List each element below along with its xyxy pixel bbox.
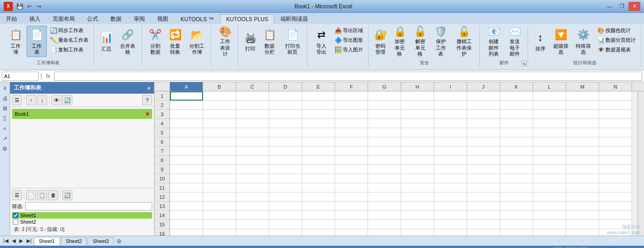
- cell-J1[interactable]: [467, 91, 500, 101]
- pb-menu-btn[interactable]: ☰: [12, 190, 22, 200]
- col-header-F[interactable]: F: [335, 82, 368, 91]
- tab-view[interactable]: 视图: [151, 14, 174, 24]
- mail-dialog-launcher[interactable]: ↘: [521, 61, 527, 66]
- col-header-A[interactable]: A: [170, 82, 203, 91]
- revoke-protect-btn[interactable]: 🔓 撤销工作表保护: [451, 26, 477, 57]
- import-img-btn[interactable]: 🖼️ 导入图片: [332, 45, 365, 54]
- split-data-btn[interactable]: ✂️ 分割数据: [146, 26, 165, 57]
- print-btn[interactable]: 🖨️ 打印: [242, 26, 259, 57]
- cell-M1[interactable]: [566, 91, 599, 101]
- send-mail-btn[interactable]: ✉️ 发送电子邮件: [505, 26, 525, 57]
- tab-insert[interactable]: 插入: [23, 14, 46, 24]
- close-button[interactable]: ✕: [628, 2, 640, 11]
- cells-area[interactable]: [170, 91, 638, 236]
- col-header-J[interactable]: J: [467, 82, 500, 91]
- col-header-M[interactable]: M: [566, 82, 599, 91]
- vertical-scrollbar[interactable]: [638, 91, 644, 236]
- sheet-item-sheet1[interactable]: Sheet1: [12, 212, 152, 219]
- cell-D1[interactable]: [269, 91, 302, 101]
- col-header-E[interactable]: E: [302, 82, 335, 91]
- tab-kutools-plus[interactable]: KUTOOLS PLUS: [220, 14, 274, 24]
- restore-button[interactable]: ❐: [616, 2, 628, 11]
- col-header-L[interactable]: L: [533, 82, 566, 91]
- sheet-nav-last[interactable]: ▶|: [25, 238, 33, 244]
- cell-L1[interactable]: [533, 91, 566, 101]
- undo-quick-btn[interactable]: ↩: [25, 2, 33, 11]
- sync-sheet-btn[interactable]: 🔄 同步工作表: [48, 26, 91, 35]
- pb-refresh-btn[interactable]: 🔄: [62, 190, 72, 200]
- col-header-N[interactable]: N: [599, 82, 632, 91]
- sheet1-checkbox[interactable]: [13, 213, 18, 218]
- sheet-tab-sheet1[interactable]: Sheet1: [34, 237, 60, 245]
- panel-collapse-btn[interactable]: «: [147, 85, 150, 91]
- sheet-tab-sheet3[interactable]: Sheet3: [88, 237, 114, 245]
- sheet2-checkbox[interactable]: [13, 219, 18, 225]
- cell-H1[interactable]: [401, 91, 434, 101]
- encrypt-cell-btn[interactable]: 🔒 加密单元格: [390, 26, 410, 57]
- formula-input[interactable]: [54, 72, 643, 81]
- batch-convert-btn[interactable]: 🔁 批量转换: [166, 26, 185, 57]
- panel-sort-za-btn[interactable]: ↓: [37, 95, 47, 105]
- save-quick-btn[interactable]: 💾: [16, 2, 24, 11]
- minimize-button[interactable]: —: [604, 2, 616, 11]
- cell-A1[interactable]: [170, 91, 203, 101]
- pb-copy-btn[interactable]: 📋: [37, 190, 47, 200]
- cell-K1[interactable]: [500, 91, 533, 101]
- sort-btn[interactable]: ↕️ 排序: [532, 26, 549, 57]
- col-header-H[interactable]: H: [401, 82, 434, 91]
- new-sheet-btn[interactable]: ⊕: [115, 237, 124, 245]
- cell-reference-box[interactable]: [2, 72, 39, 81]
- remote-view-btn[interactable]: 👁️ 数据遥视表: [595, 45, 638, 54]
- cell-N1[interactable]: [599, 91, 632, 101]
- col-header-G[interactable]: G: [368, 82, 401, 91]
- workbook-item-book1[interactable]: Book1 ×: [12, 109, 152, 119]
- pb-del-btn[interactable]: 🗑: [48, 190, 58, 200]
- side-icon-7[interactable]: ⚙: [1, 145, 9, 153]
- tab-formulas[interactable]: 公式: [81, 14, 104, 24]
- merge-btn[interactable]: 📊 汇总: [98, 26, 116, 57]
- import-export-btn[interactable]: ⇄ 导入导出: [311, 26, 331, 57]
- protect-sheet-btn[interactable]: 🛡️ 保护工作表: [431, 26, 451, 57]
- special-filter-btn[interactable]: ⚙️ 特殊筛选: [572, 26, 594, 57]
- tab-kutools[interactable]: KUTOOLS ™: [175, 14, 220, 24]
- side-icon-1[interactable]: ≡: [1, 84, 9, 92]
- data-split-btn[interactable]: 📋 数据分栏: [259, 26, 280, 57]
- cell-G1[interactable]: [368, 91, 401, 101]
- redo-quick-btn[interactable]: ↪: [35, 2, 43, 11]
- panel-refresh-btn[interactable]: 🔄: [62, 95, 72, 105]
- cell-C1[interactable]: [236, 91, 269, 101]
- panel-menu-btn[interactable]: ☰: [12, 95, 22, 105]
- panel-view-btn[interactable]: 👁: [51, 95, 61, 105]
- col-header-D[interactable]: D: [269, 82, 302, 91]
- panel-help-btn[interactable]: ?: [142, 95, 152, 105]
- color-stats-btn[interactable]: 🎨 按颜色统计: [595, 26, 638, 35]
- cell-I1[interactable]: [434, 91, 467, 101]
- tab-layout[interactable]: 页面布局: [47, 14, 81, 24]
- sheet-tab-sheet2[interactable]: Sheet2: [61, 237, 87, 245]
- cell-F1[interactable]: [335, 91, 368, 101]
- workbook-button[interactable]: 📋 工作簿: [6, 26, 26, 57]
- pb-new-btn[interactable]: 📄: [26, 190, 36, 200]
- side-icon-4[interactable]: Ξ: [1, 114, 9, 123]
- print-page-btn[interactable]: 📄 打印当前页: [281, 26, 304, 57]
- worksheet-button[interactable]: 📄 工作表: [27, 26, 47, 57]
- page-stats-btn[interactable]: 📊 数据分页统计: [595, 35, 638, 45]
- workbook-close-btn[interactable]: ×: [146, 110, 149, 118]
- sheet-design-btn[interactable]: 🎨 工作表设计: [215, 26, 235, 57]
- col-header-K[interactable]: K: [500, 82, 533, 91]
- rename-sheet-btn[interactable]: ✏️ 重命名工作表: [48, 35, 91, 45]
- merge-table-btn[interactable]: 🔗 合并表格: [116, 26, 139, 57]
- export-shape-btn[interactable]: 🔷 导出图形: [332, 35, 365, 45]
- copy-sheet-btn[interactable]: 📑 复制工作表: [48, 45, 91, 54]
- create-mail-btn[interactable]: 📧 创建邮件列表: [484, 26, 504, 57]
- cell-B1[interactable]: [203, 91, 236, 101]
- tab-home[interactable]: 开始: [0, 14, 23, 24]
- col-header-B[interactable]: B: [203, 82, 236, 91]
- decrypt-cell-btn[interactable]: 🔓 解密单元格: [410, 26, 430, 57]
- sheet-nav-next[interactable]: ▶: [18, 238, 24, 244]
- col-header-C[interactable]: C: [236, 82, 269, 91]
- side-icon-2[interactable]: 🖨: [1, 94, 9, 102]
- sheet-nav-prev[interactable]: ◀: [11, 238, 17, 244]
- side-icon-6[interactable]: ↗: [1, 135, 9, 143]
- cell-A2[interactable]: [170, 101, 203, 110]
